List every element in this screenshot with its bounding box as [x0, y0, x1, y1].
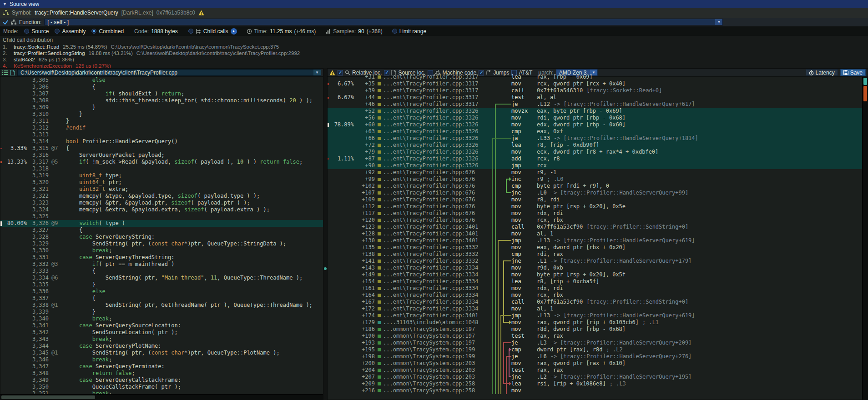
source-line[interactable]: 3,321 uint32_t extra; [0, 186, 323, 193]
asm-source-location[interactable]: ...ent\TracyProfiler.cpp:3401 [383, 230, 491, 237]
asm-line[interactable]: +31 ...ent\TracyProfiler.cpp:3317 lea ra… [328, 74, 868, 80]
asm-line[interactable]: +200 ...ommon\TracySystem.cpp:203 mov ra… [328, 360, 868, 367]
asm-line[interactable]: +128 ...ent\TracyProfiler.cpp:3401 mov a… [328, 230, 868, 237]
asm-line[interactable]: +141 ...ent\TracyProfiler.cpp:3332 jne .… [328, 258, 868, 265]
asm-line[interactable]: +172 ...ent\TracyProfiler.cpp:3334 mov a… [328, 305, 868, 312]
asm-source-location[interactable]: ...ent\TracyProfiler.cpp:3332 [383, 244, 491, 251]
source-line[interactable]: 3,343 break; [0, 336, 323, 343]
child-calls-toggle[interactable]: Child calls ▲ [188, 28, 237, 35]
asm-line[interactable]: +193 ...ommon\TracySystem.cpp:197 je .L3… [328, 340, 868, 346]
scrollbar-thumb[interactable] [1, 395, 95, 399]
mode-radio-combined[interactable]: Combined [91, 28, 124, 35]
asm-source-location[interactable]: ...ent\TracyProfiler.cpp:3401 [383, 312, 491, 319]
asm-source-location[interactable]: ...ent\TracyProfiler.cpp:3326 [383, 115, 491, 121]
source-line[interactable]: 13.33% 3,317 @5 if( !m_sock->Read( &payl… [0, 159, 323, 165]
source-line[interactable]: 3,311 } [0, 118, 323, 125]
asm-source-location[interactable]: ...ent\TracyProfiler.cpp:3334 [383, 265, 491, 271]
asm-line[interactable]: +112 ...ent\TracyProfiler.hpp:676 mov by… [328, 203, 868, 210]
source-line[interactable]: 3,344 case ServerQueryPlotName: [0, 343, 323, 350]
asm-source-location[interactable]: ...ommon\TracySystem.cpp:197 [383, 333, 491, 340]
asm-line[interactable]: +143 ...ent\TracyProfiler.cpp:3334 mov r… [328, 265, 868, 271]
collapse-arrow-icon[interactable]: ▼ [3, 2, 7, 6]
source-line[interactable]: 3,328 case ServerQueryString: [0, 234, 323, 240]
source-line[interactable]: 3,316 ServerQueryPacket payload; [0, 152, 323, 159]
source-line[interactable]: 3,333 { [0, 268, 323, 275]
asm-line[interactable]: +90 ...ent\TracyProfiler.cpp:3326 jmp rc… [328, 162, 868, 169]
asm-source-location[interactable]: ...ent\TracyProfiler.cpp:3317 [383, 74, 491, 80]
source-line[interactable]: 3,310 } [0, 111, 323, 118]
source-line[interactable]: 3,338 @1 SendString( ptr, GetThreadName(… [0, 302, 323, 309]
asm-line[interactable]: +66 ...ent\TracyProfiler.cpp:3326 ja .L3… [328, 135, 868, 142]
source-line[interactable]: 3,339 } [0, 309, 323, 315]
mode-radio-assembly[interactable]: Assembly [55, 28, 86, 35]
splitter-grip[interactable] [324, 267, 327, 270]
asm-line[interactable]: +120 ...ent\TracyProfiler.hpp:676 mov rc… [328, 217, 868, 224]
asm-line[interactable]: +109 ...ent\TracyProfiler.hpp:676 mov r8… [328, 196, 868, 203]
source-line[interactable]: 80.00% 3,326 @9 switch( type ) [0, 220, 323, 227]
child-call-row[interactable]: 4. KeSynchronizeExecution 125 us (0.27%) [3, 63, 868, 68]
chevron-down-icon[interactable]: ▼ [313, 70, 321, 75]
pane-splitter[interactable] [323, 68, 327, 400]
source-line[interactable]: 3,320 uint64_t ptr; [0, 179, 323, 186]
source-line[interactable]: 3,318 [0, 165, 323, 172]
asm-line[interactable]: +39 ...ent\TracyProfiler.cpp:3317 call 0… [328, 87, 868, 94]
source-line[interactable]: 3,335 } [0, 281, 323, 288]
source-line[interactable]: 3,325 [0, 213, 323, 220]
scrollbar-thumb[interactable] [863, 78, 867, 85]
asm-source-location[interactable]: ...ent\TracyProfiler.cpp:3326 [383, 121, 491, 128]
source-line[interactable]: 3,314 bool Profiler::HandleServerQuery() [0, 138, 323, 145]
asm-line[interactable]: +92 ...ent\TracyProfiler.hpp:676 mov r9,… [328, 169, 868, 176]
asm-line[interactable]: 1.11% +87 ...ent\TracyProfiler.cpp:3326 … [328, 155, 868, 162]
child-call-row[interactable]: 2. tracy::Profiler::SendLongString 19.88… [3, 50, 868, 56]
source-line[interactable]: 3,334 @6 SendString( ptr, "Main thread",… [0, 275, 323, 281]
source-line[interactable]: 3,319 uint8_t type; [0, 172, 323, 179]
asm-source-location[interactable]: ...ent\TracyProfiler.cpp:3334 [383, 278, 491, 285]
asm-source-location[interactable]: ...ent\TracyProfiler.hpp:676 [383, 169, 491, 176]
source-line[interactable]: 3,340 break; [0, 315, 323, 322]
file-path-combo[interactable]: C:\Users\wolf\Desktop\darkrl\contrib\tra… [17, 69, 321, 76]
asm-line[interactable]: +135 ...ent\TracyProfiler.cpp:3332 mov e… [328, 244, 868, 251]
asm-source-location[interactable]: ...ommon\TracySystem.cpp:258 [383, 380, 491, 387]
source-line[interactable]: 3,312 #endif [0, 125, 323, 131]
asm-source-location[interactable]: ...ent\TracyProfiler.cpp:3317 [383, 80, 491, 87]
asm-line[interactable]: +186 ...ommon\TracySystem.cpp:197 mov r8… [328, 326, 868, 333]
asm-line[interactable]: +164 ...ent\TracyProfiler.cpp:3334 mov r… [328, 292, 868, 299]
asm-source-location[interactable]: ...ommon\TracySystem.cpp:197 [383, 340, 491, 346]
source-line[interactable]: 3,323 memcpy( &ptr, &payload.ptr, sizeof… [0, 200, 323, 206]
asm-line[interactable]: +154 ...ent\TracyProfiler.cpp:3334 lea r… [328, 278, 868, 285]
source-line[interactable]: 3,347 case ServerQueryTerminate: [0, 363, 323, 370]
source-line[interactable]: 3,350 QueueCallstackFrame( ptr ); [0, 384, 323, 390]
radio-icon[interactable] [24, 29, 29, 34]
asm-source-location[interactable]: ....31103\include\atomic:1048 [383, 319, 491, 326]
asm-line[interactable]: +46 ...ent\TracyProfiler.cpp:3317 je .L1… [328, 101, 868, 108]
child-call-row[interactable]: 3. stat64i32 625 μs (1.36%) [3, 56, 868, 63]
function-combo[interactable]: [ - self - ] ▼ [44, 19, 723, 25]
source-line[interactable]: 3,342 SendSourceLocation( ptr ); [0, 329, 323, 336]
source-line[interactable]: 3,313 [0, 131, 323, 138]
source-line[interactable]: 3,306 { [0, 84, 323, 90]
asm-line[interactable]: +198 ...ommon\TracySystem.cpp:199 je .L6… [328, 353, 868, 360]
source-line[interactable]: 3,307 if( shouldExit ) return; [0, 90, 323, 97]
asm-line[interactable]: +52 ...ent\TracyProfiler.cpp:3326 movzx … [328, 108, 868, 115]
chevron-down-icon[interactable]: ▼ [715, 19, 722, 25]
asm-source-location[interactable]: ...ent\TracyProfiler.cpp:3326 [383, 142, 491, 149]
source-line[interactable]: 3,308 std::this_thread::sleep_for( std::… [0, 97, 323, 104]
asm-source-location[interactable]: ...ent\TracyProfiler.hpp:676 [383, 203, 491, 210]
source-line[interactable]: 3,331 case ServerQueryThreadString: [0, 254, 323, 261]
asm-line[interactable]: +63 ...ent\TracyProfiler.cpp:3326 cmp ea… [328, 128, 868, 135]
source-line[interactable]: 3,309 } [0, 104, 323, 111]
asm-line[interactable]: +207 ...ommon\TracySystem.cpp:203 jne .L… [328, 374, 868, 380]
asm-source-location[interactable]: ...ent\TracyProfiler.cpp:3334 [383, 292, 491, 299]
asm-source-location[interactable]: ...ent\TracyProfiler.cpp:3317 [383, 101, 491, 108]
asm-source-location[interactable]: ...ent\TracyProfiler.cpp:3317 [383, 87, 491, 94]
asm-source-location[interactable]: ...ent\TracyProfiler.cpp:3401 [383, 224, 491, 230]
asm-line[interactable]: +216 ...ommon\TracySystem.cpp:258 mov [328, 387, 868, 394]
asm-source-location[interactable]: ...ommon\TracySystem.cpp:199 [383, 353, 491, 360]
asm-source-location[interactable]: ...ent\TracyProfiler.hpp:676 [383, 210, 491, 217]
asm-source-location[interactable]: ...ent\TracyProfiler.cpp:3326 [383, 128, 491, 135]
source-line[interactable]: 3,330 break; [0, 247, 323, 254]
source-line[interactable]: 3,327 { [0, 227, 323, 234]
asm-line[interactable]: +174 ...ent\TracyProfiler.cpp:3401 jmp .… [328, 312, 868, 319]
source-line[interactable]: 3,329 SendString( ptr, (const char*)ptr,… [0, 240, 323, 247]
mode-radio-source[interactable]: Source [24, 28, 49, 35]
